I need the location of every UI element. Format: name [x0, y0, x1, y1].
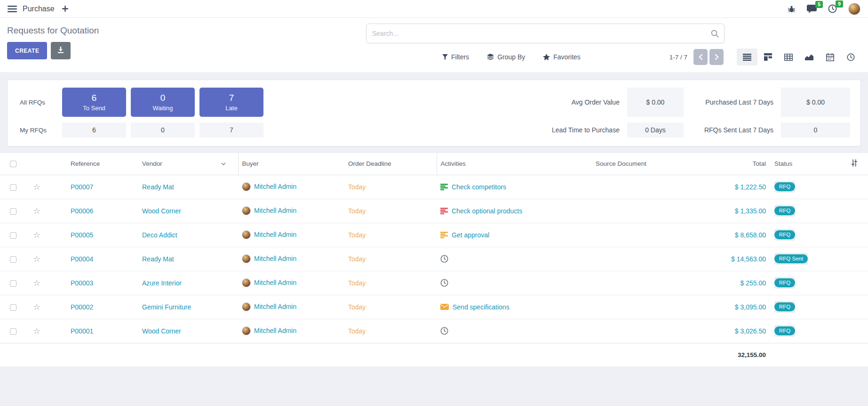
- table-row[interactable]: ☆ P00002 Gemini Furniture Mitchell Admin…: [0, 295, 868, 319]
- favorite-star-icon[interactable]: ☆: [26, 206, 40, 216]
- header-source-document[interactable]: Source Document: [592, 153, 705, 175]
- calendar-view-button[interactable]: [820, 49, 840, 65]
- activity-label[interactable]: Send specifications: [453, 303, 510, 311]
- header-status[interactable]: Status: [771, 153, 844, 175]
- row-checkbox[interactable]: [10, 304, 16, 311]
- favorite-star-icon[interactable]: ☆: [26, 326, 40, 336]
- activities-clock-icon[interactable]: 9: [828, 4, 837, 13]
- reference-link[interactable]: P00001: [71, 327, 93, 335]
- table-row[interactable]: ☆ P00007 Ready Mat Mitchell Admin Today …: [0, 175, 868, 199]
- pager-next-button[interactable]: [709, 49, 724, 65]
- table-row[interactable]: ☆ P00001 Wood Corner Mitchell Admin Toda…: [0, 319, 868, 343]
- user-avatar[interactable]: [848, 3, 860, 15]
- buyer-link[interactable]: Mitchell Admin: [254, 183, 296, 190]
- favorite-star-icon[interactable]: ☆: [26, 302, 40, 312]
- group-by-button[interactable]: Group By: [487, 53, 525, 61]
- row-checkbox[interactable]: [10, 232, 16, 239]
- reference-link[interactable]: P00003: [71, 279, 93, 287]
- to-send-stat-button[interactable]: 6 To Send: [62, 88, 126, 117]
- messages-icon[interactable]: 5: [807, 5, 817, 13]
- order-deadline: Today: [348, 207, 366, 215]
- activity-icon[interactable]: [440, 327, 448, 335]
- source-document-cell: [592, 319, 705, 343]
- list-view-button[interactable]: [737, 49, 757, 65]
- activity-icon[interactable]: [440, 304, 449, 310]
- table-row[interactable]: ☆ P00006 Wood Corner Mitchell Admin Toda…: [0, 199, 868, 223]
- activity-icon[interactable]: [440, 232, 448, 238]
- header-activities[interactable]: Activities: [437, 153, 592, 175]
- buyer-avatar: [242, 254, 251, 263]
- reference-link[interactable]: P00004: [71, 255, 93, 263]
- apps-menu-icon[interactable]: [8, 6, 17, 12]
- reference-link[interactable]: P00002: [71, 303, 93, 311]
- row-checkbox[interactable]: [10, 256, 16, 263]
- table-row[interactable]: ☆ P00003 Azure Interior Mitchell Admin T…: [0, 271, 868, 295]
- order-deadline: Today: [348, 231, 366, 239]
- row-checkbox[interactable]: [10, 208, 16, 215]
- vendor-link[interactable]: Wood Corner: [142, 327, 181, 335]
- new-tab-plus-icon[interactable]: [62, 6, 68, 12]
- header-vendor-label: Vendor: [142, 160, 162, 167]
- late-stat-button[interactable]: 7 Late: [199, 88, 263, 117]
- table-row[interactable]: ☆ P00005 Deco Addict Mitchell Admin Toda…: [0, 223, 868, 247]
- graph-view-button[interactable]: [799, 49, 820, 65]
- my-to-send-cell[interactable]: 6: [62, 122, 126, 138]
- activity-icon[interactable]: [440, 279, 448, 287]
- kanban-view-button[interactable]: [757, 49, 778, 65]
- vendor-link[interactable]: Wood Corner: [142, 207, 181, 215]
- activity-view-button[interactable]: [840, 49, 861, 65]
- pager-previous-button[interactable]: [693, 49, 708, 65]
- buyer-link[interactable]: Mitchell Admin: [254, 279, 296, 286]
- buyer-link[interactable]: Mitchell Admin: [254, 255, 296, 262]
- debug-bug-icon[interactable]: [788, 5, 796, 13]
- favorite-star-icon[interactable]: ☆: [26, 254, 40, 264]
- row-checkbox[interactable]: [10, 184, 16, 191]
- vendor-link[interactable]: Ready Mat: [142, 183, 174, 191]
- vendor-link[interactable]: Gemini Furniture: [142, 303, 191, 311]
- buyer-link[interactable]: Mitchell Admin: [254, 327, 296, 334]
- favorite-star-icon[interactable]: ☆: [26, 230, 40, 240]
- favorites-button[interactable]: Favorites: [543, 53, 581, 61]
- buyer-link[interactable]: Mitchell Admin: [254, 231, 296, 238]
- status-badge: RFQ: [774, 301, 795, 313]
- reference-link[interactable]: P00007: [71, 183, 93, 191]
- app-name[interactable]: Purchase: [23, 5, 55, 13]
- table-row[interactable]: ☆ P00004 Ready Mat Mitchell Admin Today …: [0, 247, 868, 271]
- select-all-checkbox[interactable]: [10, 161, 16, 167]
- filters-button[interactable]: Filters: [442, 53, 469, 61]
- header-vendor[interactable]: Vendor: [139, 153, 238, 175]
- vendor-link[interactable]: Ready Mat: [142, 255, 174, 263]
- favorite-star-icon[interactable]: ☆: [26, 182, 40, 192]
- row-checkbox[interactable]: [10, 328, 16, 335]
- header-order-deadline[interactable]: Order Deadline: [344, 153, 437, 175]
- export-button[interactable]: [51, 42, 71, 59]
- column-options-icon[interactable]: [844, 159, 858, 167]
- my-late-cell[interactable]: 7: [199, 122, 263, 138]
- row-checkbox[interactable]: [10, 280, 16, 287]
- sort-chevron-down-icon[interactable]: [221, 162, 226, 165]
- buyer-link[interactable]: Mitchell Admin: [254, 303, 296, 310]
- total-amount: $ 1,335.00: [735, 207, 766, 215]
- create-button[interactable]: CREATE: [7, 42, 47, 59]
- activity-icon[interactable]: [440, 208, 448, 214]
- activity-label[interactable]: Check competitors: [452, 183, 506, 191]
- favorite-star-icon[interactable]: ☆: [26, 278, 40, 288]
- search-input[interactable]: [366, 24, 725, 43]
- reference-link[interactable]: P00005: [71, 231, 93, 239]
- reference-link[interactable]: P00006: [71, 207, 93, 215]
- header-reference[interactable]: Reference: [51, 153, 139, 175]
- activity-label[interactable]: Get approval: [452, 231, 489, 239]
- header-buyer[interactable]: Buyer: [238, 153, 344, 175]
- waiting-stat-button[interactable]: 0 Waiting: [131, 88, 195, 117]
- buyer-link[interactable]: Mitchell Admin: [254, 207, 296, 214]
- pivot-view-button[interactable]: [778, 49, 799, 65]
- activity-icon[interactable]: [440, 184, 448, 190]
- vendor-link[interactable]: Deco Addict: [142, 231, 177, 239]
- activity-icon[interactable]: [440, 255, 448, 263]
- late-caption: Late: [225, 105, 237, 112]
- vendor-link[interactable]: Azure Interior: [142, 279, 182, 287]
- header-total[interactable]: Total: [705, 153, 771, 175]
- my-waiting-cell[interactable]: 0: [131, 122, 195, 138]
- search-icon[interactable]: [711, 30, 719, 40]
- activity-label[interactable]: Check optional products: [452, 207, 522, 215]
